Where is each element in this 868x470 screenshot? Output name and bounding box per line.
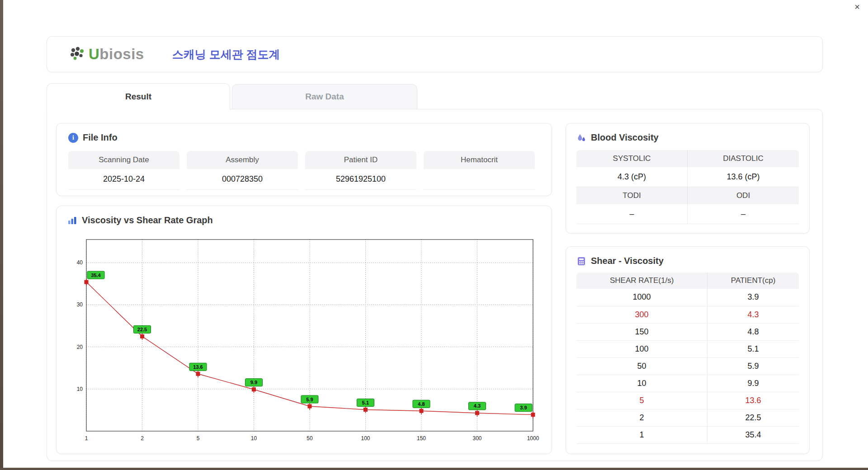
svg-text:35.4: 35.4 xyxy=(91,273,101,278)
droplet-icon xyxy=(576,133,586,143)
shear-viscosity-panel: Shear - Viscosity SHEAR RATE(1/s) PATIEN… xyxy=(566,246,810,454)
col-shear-rate: SHEAR RATE(1/s) xyxy=(576,273,708,289)
file-info-title: i File Info xyxy=(68,132,540,143)
file-info-panel: i File Info Scanning Date 2025-10-24 Ass… xyxy=(56,123,552,196)
table-row: 505.9 xyxy=(576,357,799,375)
todi-label: TODI xyxy=(576,187,688,204)
svg-text:1000: 1000 xyxy=(527,435,539,442)
svg-text:5: 5 xyxy=(197,435,200,442)
blood-viscosity-title: Blood Viscosity xyxy=(576,132,799,143)
table-cell: 10 xyxy=(576,375,708,392)
table-cell: 300 xyxy=(576,306,708,323)
svg-text:4.8: 4.8 xyxy=(418,401,425,407)
svg-text:50: 50 xyxy=(307,435,313,442)
table-cell: 5 xyxy=(576,392,708,409)
tab-raw-data[interactable]: Raw Data xyxy=(232,84,417,109)
svg-text:300: 300 xyxy=(472,435,481,442)
table-cell: 150 xyxy=(576,323,708,340)
table-row: 222.5 xyxy=(576,409,799,426)
svg-text:4.3: 4.3 xyxy=(474,403,481,409)
table-cell: 1 xyxy=(576,426,708,443)
diastolic-label: DIASTOLIC xyxy=(688,150,799,167)
file-info-field-assembly: Assembly 000728350 xyxy=(187,151,298,190)
odi-value: – xyxy=(688,204,799,224)
table-header-row: SHEAR RATE(1/s) PATIENT(cp) xyxy=(576,273,799,289)
logo-berries-icon xyxy=(69,46,86,63)
col-patient: PATIENT(cp) xyxy=(708,273,799,289)
info-icon: i xyxy=(68,133,78,143)
window-close-button[interactable]: × xyxy=(852,1,863,12)
table-row: 109.9 xyxy=(576,375,799,392)
header-card: Ubiosis 스캐닝 모세관 점도계 xyxy=(47,36,823,72)
odi-label: ODI xyxy=(688,187,799,204)
table-cell: 9.9 xyxy=(708,375,799,392)
table-row: 135.4 xyxy=(576,426,799,443)
field-label: Hematocrit xyxy=(424,151,535,169)
svg-text:13.6: 13.6 xyxy=(193,364,203,370)
table-cell: 2 xyxy=(576,409,708,426)
blood-viscosity-grid: SYSTOLIC DIASTOLIC 4.3 (cP) 13.6 (cP) TO… xyxy=(576,150,799,224)
file-info-field-hematocrit: Hematocrit xyxy=(424,151,535,190)
app-window: × Ubiosis 스캐닝 모세관 점도계 Result Raw Data i … xyxy=(0,0,868,470)
table-cell: 100 xyxy=(576,340,708,357)
desktop-edge-left xyxy=(0,0,3,470)
calculator-icon xyxy=(576,256,586,266)
shear-viscosity-title-text: Shear - Viscosity xyxy=(591,256,664,266)
viscosity-shear-chart: 125105010015030010001020304035.422.513.6… xyxy=(67,235,539,444)
viscosity-graph-panel: Viscosity vs Shear Rate Graph 1251050100… xyxy=(56,206,552,454)
tab-result[interactable]: Result xyxy=(47,83,230,109)
desktop-edge-bottom xyxy=(0,468,868,470)
field-value: 2025-10-24 xyxy=(68,169,179,190)
svg-text:9.9: 9.9 xyxy=(250,380,257,385)
table-cell: 5.1 xyxy=(708,340,799,357)
field-value: 000728350 xyxy=(187,169,298,190)
table-cell: 4.3 xyxy=(708,306,799,323)
svg-text:2: 2 xyxy=(141,435,144,442)
blood-viscosity-panel: Blood Viscosity SYSTOLIC DIASTOLIC 4.3 (… xyxy=(566,123,810,234)
table-cell: 4.8 xyxy=(708,323,799,340)
svg-text:40: 40 xyxy=(77,259,83,266)
svg-text:100: 100 xyxy=(361,435,370,442)
table-cell: 1000 xyxy=(576,289,708,306)
diastolic-value: 13.6 (cP) xyxy=(688,167,799,187)
svg-text:5.9: 5.9 xyxy=(306,397,313,402)
table-cell: 13.6 xyxy=(708,392,799,409)
field-label: Scanning Date xyxy=(68,151,179,169)
graph-title-text: Viscosity vs Shear Rate Graph xyxy=(82,215,213,226)
field-value xyxy=(424,169,535,190)
logo-text: Ubiosis xyxy=(89,46,144,63)
table-cell: 35.4 xyxy=(708,426,799,443)
todi-value: – xyxy=(576,204,688,224)
graph-title: Viscosity vs Shear Rate Graph xyxy=(67,215,541,226)
svg-text:10: 10 xyxy=(251,435,257,442)
logo: Ubiosis xyxy=(69,46,144,63)
svg-text:20: 20 xyxy=(77,344,83,350)
svg-text:150: 150 xyxy=(417,435,426,442)
file-info-field-patient-id: Patient ID 52961925100 xyxy=(305,151,416,190)
svg-text:10: 10 xyxy=(77,386,83,392)
svg-text:22.5: 22.5 xyxy=(137,327,147,332)
file-info-field-scanning-date: Scanning Date 2025-10-24 xyxy=(68,151,179,190)
svg-text:30: 30 xyxy=(77,301,83,308)
svg-text:1: 1 xyxy=(85,435,88,442)
blood-viscosity-title-text: Blood Viscosity xyxy=(591,132,659,143)
table-cell: 22.5 xyxy=(708,409,799,426)
table-row: 513.6 xyxy=(576,392,799,409)
svg-text:5.1: 5.1 xyxy=(362,400,369,405)
field-label: Patient ID xyxy=(305,151,416,169)
table-row: 1005.1 xyxy=(576,340,799,357)
field-label: Assembly xyxy=(187,151,298,169)
bar-chart-icon xyxy=(67,216,77,226)
table-row: 3004.3 xyxy=(576,306,799,323)
table-cell: 5.9 xyxy=(708,357,799,375)
systolic-label: SYSTOLIC xyxy=(576,150,688,167)
table-cell: 50 xyxy=(576,357,708,375)
file-info-title-text: File Info xyxy=(83,132,118,143)
field-value: 52961925100 xyxy=(305,169,416,190)
table-row: 1504.8 xyxy=(576,323,799,340)
shear-viscosity-table: SHEAR RATE(1/s) PATIENT(cp) 10003.93004.… xyxy=(576,273,799,444)
shear-table-body: 10003.93004.31504.81005.1505.9109.9513.6… xyxy=(576,289,799,443)
page-title: 스캐닝 모세관 점도계 xyxy=(172,47,280,62)
systolic-value: 4.3 (cP) xyxy=(576,167,688,187)
svg-text:3.9: 3.9 xyxy=(520,405,527,410)
